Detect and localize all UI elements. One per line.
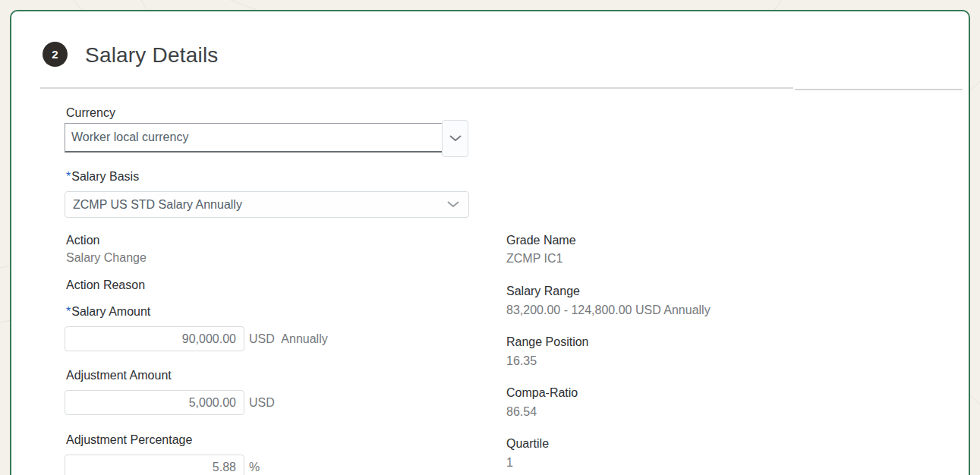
salary-amount-input[interactable] xyxy=(65,326,244,351)
range-position-label: Range Position xyxy=(506,335,589,349)
action-reason-label: Action Reason xyxy=(66,278,145,292)
range-position-value: 16.35 xyxy=(506,354,537,368)
grade-name-value: ZCMP IC1 xyxy=(506,252,562,266)
salary-range-value: 83,200.00 - 124,800.00 USD Annually xyxy=(506,304,711,317)
currency-label: Currency xyxy=(66,106,115,120)
salary-basis-value: ZCMP US STD Salary Annually xyxy=(65,198,447,212)
action-label: Action xyxy=(66,234,99,247)
currency-select[interactable] xyxy=(65,123,446,153)
grade-name-label: Grade Name xyxy=(506,234,576,247)
chevron-down-icon xyxy=(449,135,462,142)
compa-ratio-value: 86.54 xyxy=(506,405,537,419)
quartile-label: Quartile xyxy=(506,437,549,451)
adjustment-amount-label: Adjustment Amount xyxy=(66,369,172,382)
step-badge: 2 xyxy=(43,42,68,67)
salary-range-label: Salary Range xyxy=(506,285,580,298)
page-title: Salary Details xyxy=(85,43,219,68)
salary-basis-label: *Salary Basis xyxy=(66,170,139,184)
currency-dropdown-button[interactable] xyxy=(442,120,468,157)
required-asterisk: * xyxy=(66,170,71,183)
adjustment-percentage-input[interactable] xyxy=(65,455,244,475)
section-divider xyxy=(795,89,963,90)
step-number: 2 xyxy=(52,48,58,61)
section-divider xyxy=(40,87,793,89)
adjustment-amount-suffix: USD xyxy=(249,396,275,410)
compa-ratio-label: Compa-Ratio xyxy=(506,386,578,400)
required-asterisk: * xyxy=(66,305,71,318)
adjustment-amount-input[interactable] xyxy=(65,390,244,415)
quartile-value: 1 xyxy=(506,456,513,470)
adjustment-percentage-label: Adjustment Percentage xyxy=(66,433,192,447)
salary-amount-suffix: USD Annually xyxy=(249,332,328,346)
page: 2 Salary Details Currency *Salary Basis … xyxy=(0,0,980,475)
adjustment-percentage-suffix: % xyxy=(249,461,260,474)
action-value: Salary Change xyxy=(66,251,147,265)
chevron-down-icon xyxy=(447,201,468,208)
salary-basis-select[interactable]: ZCMP US STD Salary Annually xyxy=(65,191,469,218)
salary-amount-label: *Salary Amount xyxy=(66,305,150,319)
salary-details-card: 2 Salary Details Currency *Salary Basis … xyxy=(10,10,970,475)
